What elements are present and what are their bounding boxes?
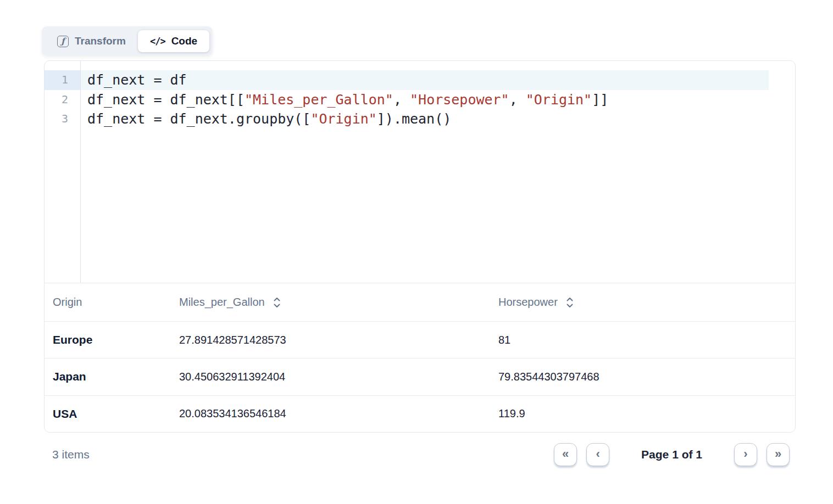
table-row: USA 20.083534136546184 119.9 [45,395,795,432]
tab-code-label: Code [171,35,198,47]
column-header-origin: Origin [53,296,179,309]
sort-icon[interactable] [566,296,574,309]
column-header-miles-per-gallon[interactable]: Miles_per_Gallon [179,296,498,309]
code-text: , [393,92,410,108]
page-indicator: Page 1 of 1 [641,448,702,461]
string-token: "Origin" [310,111,376,127]
table-header: Origin Miles_per_Gallon Horsepower [45,283,795,321]
code-text: , [509,92,526,108]
cell-miles-per-gallon: 27.891428571428573 [179,334,498,346]
column-header-horsepower[interactable]: Horsepower [498,296,795,309]
table-row: Europe 27.891428571428573 81 [45,321,795,358]
next-page-icon: › [743,448,747,460]
code-text: df_next = df [87,72,187,88]
function-icon: ƒ [57,36,69,47]
line-number: 1 [45,70,80,90]
cell-origin: USA [53,407,179,421]
tab-transform-label: Transform [75,35,126,47]
column-label: Miles_per_Gallon [179,296,265,309]
line-number: 2 [45,90,80,110]
column-label: Horsepower [498,296,558,309]
column-label: Origin [53,296,82,309]
code-text: df_next = df_next[[ [87,92,245,108]
items-count: 3 items [44,448,90,461]
table-footer: 3 items « ‹ Page 1 of 1 › » [44,439,796,470]
first-page-icon: « [562,448,569,460]
last-page-icon: » [775,448,781,460]
string-token: "Horsepower" [410,92,509,108]
cell-horsepower: 119.9 [498,407,795,420]
code-text: ]).mean() [377,111,451,127]
tab-code[interactable]: </> Code [138,30,209,52]
code-line-3: df_next = df_next.groupby(["Origin"]).me… [81,109,769,129]
code-icon: </> [150,36,165,47]
pagination: « ‹ Page 1 of 1 › » [554,443,790,466]
code-and-table-panel: 1 2 3 df_next = df df_next = df_next[["M… [44,60,796,433]
sort-icon[interactable] [273,296,281,309]
string-token: "Origin" [526,92,592,108]
cell-origin: Japan [53,370,179,383]
cell-miles-per-gallon: 20.083534136546184 [179,407,498,420]
code-line-2: df_next = df_next[["Miles_per_Gallon", "… [81,90,769,110]
last-page-button[interactable]: » [767,443,790,466]
code-text: df_next = df_next.groupby([ [87,111,310,127]
code-line-1: df_next = df [81,70,769,90]
cell-horsepower: 79.83544303797468 [498,371,795,383]
cell-miles-per-gallon: 30.450632911392404 [179,371,498,383]
cell-origin: Europe [53,333,179,346]
prev-page-button[interactable]: ‹ [586,443,609,466]
first-page-button[interactable]: « [554,443,577,466]
editor-content[interactable]: df_next = df df_next = df_next[["Miles_p… [81,61,795,283]
code-editor[interactable]: 1 2 3 df_next = df df_next = df_next[["M… [45,61,795,283]
tab-transform[interactable]: ƒ Transform [45,30,138,52]
prev-page-icon: ‹ [596,448,599,460]
next-page-button[interactable]: › [734,443,757,466]
line-number: 3 [45,109,80,129]
view-tabbar: ƒ Transform </> Code [42,26,213,56]
editor-gutter: 1 2 3 [45,61,81,283]
cell-horsepower: 81 [498,334,795,346]
table-row: Japan 30.450632911392404 79.835443037974… [45,358,795,395]
code-text: ]] [592,92,608,108]
string-token: "Miles_per_Gallon" [245,92,393,108]
